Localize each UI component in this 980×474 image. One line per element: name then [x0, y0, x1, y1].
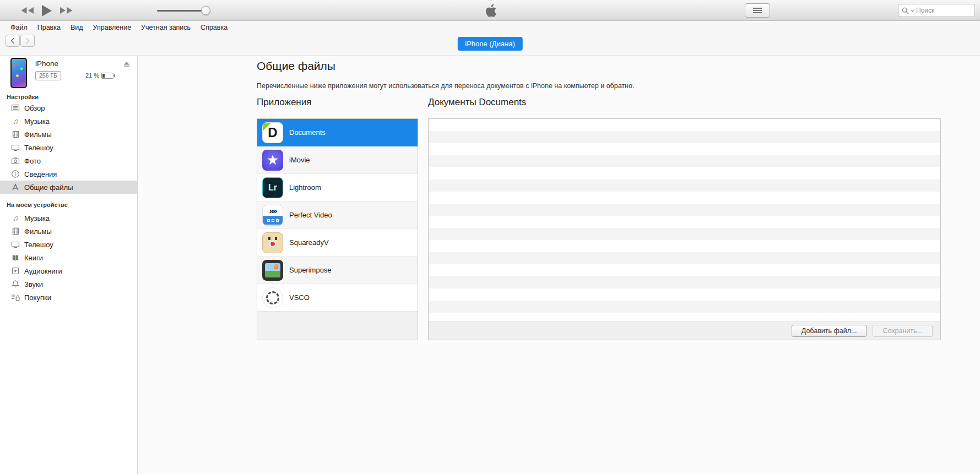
sidebar-item-file-sharing[interactable]: Общие файлы — [0, 181, 137, 194]
page-title: Общие файлы — [257, 59, 335, 73]
chevron-down-icon — [911, 9, 914, 12]
app-row-superimpose[interactable]: Superimpose — [257, 257, 418, 284]
menu-item-2[interactable]: Правка — [33, 23, 66, 32]
menu-item-3[interactable]: Вид — [66, 23, 88, 32]
sidebar: iPhone 256 ГБ 21 % НастройкиОбзор♫Музыка… — [0, 56, 138, 474]
volume-knob[interactable] — [201, 6, 210, 15]
lightroom-app-icon: Lr — [262, 177, 283, 198]
menu-item-6[interactable]: Справка — [196, 23, 232, 32]
sidebar-item-tv-shows[interactable]: Телешоу — [0, 238, 137, 251]
apple-logo — [484, 0, 497, 21]
battery-percent: 21 % — [85, 72, 99, 79]
sidebar-item-purchases[interactable]: Покупки — [0, 291, 137, 304]
sidebar-item-label: Телешоу — [24, 241, 53, 249]
file-sharing-icon — [11, 183, 20, 192]
device-selector-button[interactable]: iPhone (Диана) — [457, 37, 522, 51]
fast-forward-button[interactable] — [59, 6, 74, 15]
search-field[interactable] — [898, 4, 975, 17]
app-row-imovie[interactable]: ★iMovie — [257, 146, 418, 174]
back-button[interactable] — [6, 35, 20, 47]
sidebar-item-label: Фильмы — [24, 227, 52, 236]
sidebar-section-title-on-device: На моем устройстве — [0, 201, 137, 209]
sidebar-sections: НастройкиОбзор♫МузыкаФильмыТелешоуФотоiС… — [0, 94, 137, 304]
film-icon — [11, 130, 20, 139]
sidebar-item-label: Музыка — [24, 117, 50, 126]
sidebar-item-label: Телешоу — [24, 144, 53, 152]
app-name: Perfect Video — [289, 211, 332, 219]
sidebar-item-photos[interactable]: Фото — [0, 154, 137, 167]
list-view-icon — [752, 7, 762, 14]
tv-icon — [11, 143, 20, 152]
app-name: iMovie — [289, 156, 310, 164]
sidebar-item-label: Обзор — [24, 104, 45, 112]
save-button[interactable]: Сохранить... — [873, 325, 933, 337]
sidebar-item-label: Книги — [24, 254, 43, 262]
sidebar-item-info[interactable]: iСведения — [0, 167, 137, 181]
nav-bar: iPhone (Диана) — [0, 33, 980, 56]
app-row-documents[interactable]: DDocuments — [257, 119, 418, 146]
app-name: Lightroom — [289, 183, 321, 192]
play-icon — [41, 4, 53, 18]
sidebar-item-tv-shows[interactable]: Телешоу — [0, 141, 137, 154]
summary-icon — [11, 103, 20, 112]
chevron-left-icon — [10, 37, 15, 44]
sidebar-item-tones[interactable]: Звуки — [0, 277, 137, 291]
squaready-app-icon — [262, 232, 283, 253]
page-description: Перечисленные ниже приложения могут испо… — [257, 82, 634, 90]
superimpose-app-icon — [262, 260, 283, 281]
app-name: Superimpose — [289, 266, 332, 274]
sidebar-item-label: Аудиокниги — [24, 267, 62, 275]
documents-column-header: Документы Documents — [428, 97, 526, 108]
sidebar-item-label: Покупки — [24, 293, 51, 302]
audiobooks-icon — [11, 266, 20, 275]
forward-button[interactable] — [20, 35, 35, 47]
sidebar-item-movies[interactable]: Фильмы — [0, 128, 137, 141]
books-icon — [11, 253, 20, 262]
apple-logo-icon — [484, 3, 497, 18]
camera-icon — [11, 156, 20, 165]
sidebar-item-label: Фото — [24, 157, 41, 165]
search-input[interactable] — [916, 7, 969, 14]
rewind-button[interactable] — [20, 6, 35, 15]
app-row-squaready-v[interactable]: SquareadyV — [257, 229, 418, 257]
app-name: Documents — [289, 128, 326, 137]
eject-button[interactable] — [123, 61, 131, 69]
music-icon: ♫ — [11, 214, 20, 222]
rewind-icon — [20, 6, 35, 15]
svg-text:i: i — [15, 171, 17, 177]
sidebar-item-music[interactable]: ♫Музыка — [0, 211, 137, 225]
info-icon: i — [11, 170, 20, 178]
sidebar-item-overview[interactable]: Обзор — [0, 101, 137, 115]
battery-icon — [101, 73, 113, 79]
app-row-vsco[interactable]: VSCO — [257, 284, 418, 312]
sidebar-item-label: Звуки — [24, 280, 43, 288]
purchases-icon — [11, 293, 20, 302]
view-options-button[interactable] — [745, 3, 770, 18]
volume-slider[interactable] — [157, 0, 213, 21]
sidebar-item-books[interactable]: Книги — [0, 251, 137, 264]
app-row-perfect-video[interactable]: »»Perfect Video — [257, 201, 418, 229]
documents-empty-list[interactable] — [429, 119, 940, 322]
fast-forward-icon — [59, 6, 74, 15]
apps-list-footer — [257, 312, 418, 340]
menu-item-1[interactable]: Файл — [6, 23, 33, 32]
sidebar-item-label: Фильмы — [24, 130, 52, 139]
play-button[interactable] — [41, 4, 53, 18]
sidebar-item-audiobooks[interactable]: Аудиокниги — [0, 264, 137, 277]
bell-icon — [11, 280, 20, 288]
chevron-right-icon — [25, 37, 30, 44]
tv-icon — [11, 240, 20, 249]
app-row-lightroom[interactable]: LrLightroom — [257, 174, 418, 201]
music-icon: ♫ — [11, 117, 20, 126]
menu-item-4[interactable]: Управление — [88, 23, 137, 32]
apps-list: DDocuments★iMovieLrLightroom»»Perfect Vi… — [257, 118, 418, 340]
sidebar-item-music[interactable]: ♫Музыка — [0, 115, 137, 128]
transport-controls — [20, 0, 74, 21]
sidebar-section-title-settings: Настройки — [0, 94, 137, 101]
sidebar-item-movies[interactable]: Фильмы — [0, 225, 137, 238]
documents-app-icon: D — [262, 122, 283, 143]
add-file-button[interactable]: Добавить файл... — [792, 325, 867, 337]
device-header: iPhone 256 ГБ 21 % — [0, 56, 137, 89]
main-content: Общие файлы Перечисленные ниже приложени… — [138, 56, 980, 474]
menu-item-5[interactable]: Учетная запись — [136, 23, 196, 32]
